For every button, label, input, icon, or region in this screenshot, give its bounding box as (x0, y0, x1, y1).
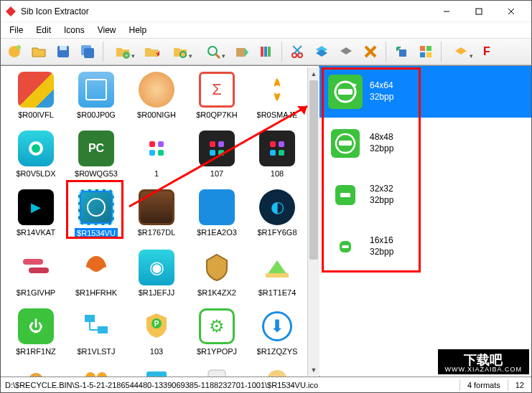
grid-item[interactable]: $R1767DL (127, 189, 186, 238)
svg-rect-41 (29, 267, 49, 273)
grid-item[interactable] (127, 367, 186, 377)
open-icon[interactable] (28, 41, 50, 62)
grid-item[interactable]: $R0SMAJE (248, 72, 307, 119)
grid-item[interactable]: $R14VKAT (6, 189, 65, 238)
grid-item[interactable]: $R00JP0G (67, 72, 126, 119)
format-list-pane[interactable]: 64x6432bpp 48x4832bpp 32x3232bpp 16x1632… (319, 66, 531, 377)
format-row[interactable]: 48x4832bpp (319, 118, 531, 169)
close-button[interactable] (495, 1, 527, 22)
scroll-thumb[interactable] (309, 80, 318, 260)
grid-item[interactable]: $R1K4ZX2 (187, 250, 246, 297)
save-icon[interactable] (52, 41, 74, 62)
windows-icon[interactable] (415, 41, 437, 62)
svg-rect-10 (84, 48, 94, 58)
save-all-icon[interactable] (77, 41, 98, 62)
refresh-icon[interactable] (391, 41, 412, 62)
minimize-button[interactable] (430, 1, 462, 22)
svg-rect-52 (208, 370, 225, 377)
svg-point-49 (85, 372, 95, 377)
grid-item[interactable]: $R0V5LDX (6, 131, 65, 178)
paste-icon[interactable] (335, 41, 357, 62)
format-depth: 32bpp (370, 195, 393, 207)
grid-item[interactable]: $R00NIGH (127, 72, 186, 119)
grid-item[interactable]: P103 (127, 308, 186, 356)
format-size: 48x48 (370, 132, 393, 143)
grid-item[interactable] (6, 367, 65, 377)
content-area: $R00IVFL $R00JP0G $R00NIGH Σ$R0QP7KH $R0… (1, 65, 531, 377)
svg-line-16 (215, 54, 220, 58)
copy-icon[interactable] (311, 41, 332, 62)
grid-item[interactable]: $R1JEFJJ (127, 250, 186, 297)
svg-rect-19 (264, 47, 267, 57)
grid-item[interactable]: 107 (187, 131, 246, 178)
scroll-up-icon[interactable]: ▲ (308, 67, 319, 80)
svg-rect-34 (426, 52, 431, 57)
svg-line-24 (293, 46, 300, 53)
search-folder-icon[interactable] (165, 41, 195, 62)
format-row[interactable]: 32x3232bpp (319, 169, 531, 221)
delete-icon[interactable] (360, 41, 381, 62)
status-path: D:\$RECYCLE.BIN\S-1-5-21-2186544480-1339… (1, 379, 460, 391)
svg-point-21 (292, 53, 297, 57)
icon-grid-pane[interactable]: $R00IVFL $R00JP0G $R00NIGH Σ$R0QP7KH $R0… (1, 66, 319, 377)
scroll-down-icon[interactable]: ▼ (308, 364, 319, 376)
grid-item[interactable]: $R1FY6G8 (248, 189, 307, 238)
zoom-icon[interactable] (198, 41, 228, 62)
svg-rect-55 (338, 89, 353, 95)
palette-icon[interactable] (446, 41, 476, 62)
svg-marker-35 (455, 47, 467, 55)
grid-item[interactable]: 108 (248, 131, 307, 178)
svg-point-6 (17, 45, 21, 49)
svg-rect-32 (426, 46, 431, 51)
format-row[interactable]: 64x6432bpp (319, 66, 531, 118)
format-depth: 32bpp (370, 247, 393, 258)
grid-item[interactable]: $R1YPOPJ (187, 308, 246, 356)
grid-item[interactable] (248, 367, 307, 377)
svg-marker-26 (316, 49, 327, 57)
app-logo-icon (5, 6, 17, 17)
status-right: 12 (508, 379, 531, 391)
add-file-icon[interactable]: ★ (141, 41, 162, 62)
grid-item[interactable] (67, 367, 126, 377)
menu-help[interactable]: Help (123, 24, 153, 37)
svg-rect-31 (420, 46, 425, 51)
menu-file[interactable]: File (4, 24, 29, 37)
grid-item[interactable]: $R00IVFL (6, 72, 65, 119)
grid-item[interactable]: Σ$R0QP7KH (187, 72, 246, 119)
menu-edit[interactable]: Edit (30, 24, 57, 37)
menu-icons[interactable]: Icons (58, 24, 90, 37)
grid-item[interactable]: $R1HFRHK (67, 250, 126, 297)
add-folder-icon[interactable]: + (108, 41, 138, 62)
toolbar-letter: F (479, 45, 490, 58)
grid-item-selected[interactable]: $R1534VU (67, 189, 126, 238)
grid-item[interactable]: $R1EA2O3 (187, 189, 246, 238)
format-depth: 32bpp (370, 143, 393, 155)
grid-item[interactable]: $R1T1E74 (248, 250, 307, 297)
watermark: 下载吧 WWW.XIAZAIBA.COM (438, 349, 530, 374)
vertical-scrollbar[interactable]: ▲ ▼ (307, 67, 319, 376)
svg-rect-42 (266, 273, 289, 278)
grid-item[interactable] (187, 367, 246, 377)
cut-icon[interactable] (286, 41, 308, 62)
menubar: File Edit Icons View Help (1, 22, 531, 38)
svg-rect-56 (339, 141, 352, 146)
svg-rect-18 (261, 47, 263, 57)
grid-item[interactable]: $R1VLSTJ (67, 308, 126, 356)
svg-line-23 (294, 46, 302, 53)
grid-item[interactable]: $R1GIVHP (6, 250, 65, 297)
grid-item[interactable]: $R1RF1NZ (6, 308, 65, 356)
format-size: 64x64 (370, 80, 393, 92)
status-count: 4 formats (460, 379, 508, 391)
menu-view[interactable]: View (92, 24, 122, 37)
svg-text:P: P (154, 320, 159, 328)
grid-item[interactable]: $R0WQG53 (67, 131, 126, 178)
svg-rect-57 (340, 193, 350, 197)
new-icon[interactable] (4, 41, 25, 62)
format-row[interactable]: 16x1632bpp (319, 221, 531, 273)
grid-item[interactable]: 1 (127, 131, 186, 178)
extract-icon[interactable] (231, 41, 253, 62)
svg-rect-17 (236, 48, 245, 57)
grid-item[interactable]: $R1ZQZYS (248, 308, 307, 356)
maximize-button[interactable] (462, 1, 495, 22)
library-icon[interactable] (256, 41, 277, 62)
